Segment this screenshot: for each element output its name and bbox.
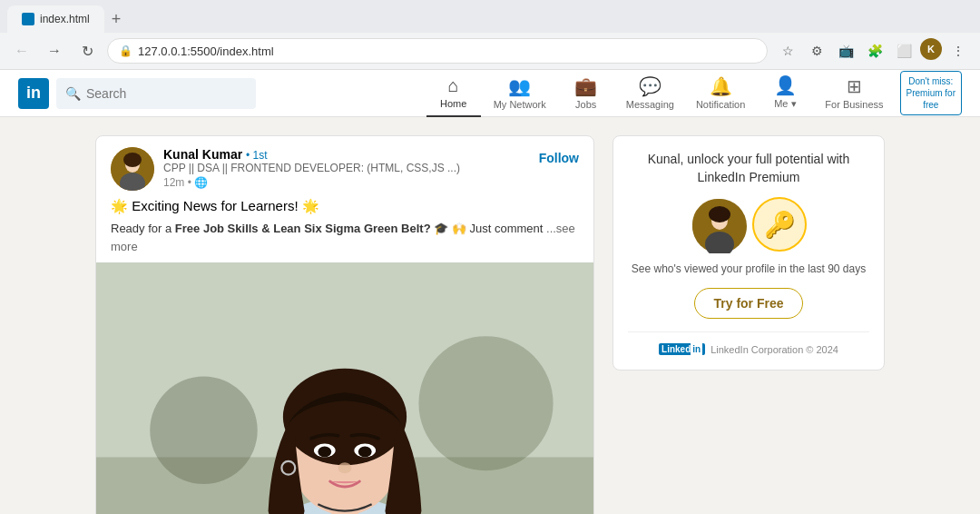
reload-button[interactable]: ↻ bbox=[74, 38, 100, 64]
svg-point-7 bbox=[418, 336, 553, 470]
main-content: Kunal Kumar • 1st CPP || DSA || FRONTEND… bbox=[0, 117, 980, 514]
network-icon: 👥 bbox=[508, 75, 531, 97]
search-icon: 🔍 bbox=[65, 86, 81, 101]
post-time: 12m • 🌐 bbox=[163, 176, 530, 189]
feed-area: Kunal Kumar • 1st CPP || DSA || FRONTEND… bbox=[95, 135, 594, 514]
nav-network-label: My Network bbox=[494, 99, 546, 110]
search-bar[interactable]: 🔍 bbox=[56, 78, 256, 109]
browser-chrome: index.html + ← → ↻ 🔒 127.0.0.1:5500/inde… bbox=[0, 0, 980, 70]
premium-card: Kunal, unlock your full potential with L… bbox=[612, 135, 885, 371]
svg-point-14 bbox=[318, 447, 331, 458]
messaging-icon: 💬 bbox=[639, 75, 662, 97]
nav-home[interactable]: ⌂ Home bbox=[426, 70, 481, 117]
post-image bbox=[96, 262, 593, 514]
nav-network[interactable]: 👥 My Network bbox=[485, 70, 555, 117]
nav-notifications-label: Notification bbox=[696, 99, 745, 110]
footer-links: Linkedin LinkedIn Corporation © 2024 bbox=[628, 331, 869, 355]
post-headline: 🌟 Exciting News for Learners! 🌟 bbox=[111, 198, 579, 214]
nav-jobs[interactable]: 💼 Jobs bbox=[559, 70, 613, 117]
post-text-emoji: 🎓 🙌 bbox=[434, 222, 466, 235]
linkedin-nav: ⌂ Home 👥 My Network 💼 Jobs 💬 Messaging 🔔… bbox=[426, 70, 962, 117]
more-button[interactable]: ⋮ bbox=[946, 38, 971, 64]
post-text: Ready for a Free Job Skills & Lean Six S… bbox=[111, 220, 579, 255]
post-card: Kunal Kumar • 1st CPP || DSA || FRONTEND… bbox=[95, 135, 594, 514]
tab-label: index.html bbox=[40, 13, 90, 25]
premium-card-title: Kunal, unlock your full potential with L… bbox=[628, 151, 869, 186]
nav-notifications[interactable]: 🔔 Notification bbox=[687, 70, 754, 117]
new-tab-button[interactable]: + bbox=[112, 10, 122, 29]
svg-point-6 bbox=[150, 377, 257, 484]
post-text-action: Just comment bbox=[469, 222, 543, 235]
footer-logo: Linkedin bbox=[659, 343, 705, 355]
search-input[interactable] bbox=[86, 86, 247, 101]
cast-button[interactable]: 📺 bbox=[833, 38, 858, 64]
linkedin-logo: in bbox=[18, 78, 49, 109]
post-avatar bbox=[111, 147, 154, 191]
post-author-title: CPP || DSA || FRONTEND DEVELOPER: (HTML,… bbox=[163, 162, 530, 176]
premium-key-icon: 🔑 bbox=[752, 197, 807, 252]
window-button[interactable]: ⬜ bbox=[891, 38, 916, 64]
forward-button[interactable]: → bbox=[42, 38, 67, 64]
post-text-preview: Ready for a bbox=[111, 222, 175, 235]
post-header: Kunal Kumar • 1st CPP || DSA || FRONTEND… bbox=[96, 136, 593, 198]
lock-icon: 🔒 bbox=[119, 44, 132, 57]
jobs-icon: 💼 bbox=[574, 75, 597, 97]
nav-me-label: Me ▾ bbox=[774, 98, 796, 110]
dont-miss-line3: free bbox=[906, 99, 956, 111]
post-text-bold: Free Job Skills & Lean Six Sigma Green B… bbox=[175, 222, 431, 235]
grid-icon: ⊞ bbox=[847, 75, 862, 97]
browser-profile[interactable]: K bbox=[920, 38, 942, 60]
browser-actions: ☆ ⚙ 📺 🧩 ⬜ K ⋮ bbox=[775, 38, 971, 64]
nav-me[interactable]: 👤 Me ▾ bbox=[758, 70, 812, 117]
svg-point-22 bbox=[709, 206, 730, 222]
nav-jobs-label: Jobs bbox=[575, 99, 596, 110]
address-bar[interactable]: 🔒 127.0.0.1:5500/index.html bbox=[107, 38, 768, 64]
me-icon: 👤 bbox=[774, 74, 797, 96]
post-content: 🌟 Exciting News for Learners! 🌟 Ready fo… bbox=[96, 198, 593, 262]
post-author-badge: • 1st bbox=[246, 149, 268, 162]
svg-point-15 bbox=[358, 447, 372, 458]
premium-user-avatar bbox=[691, 197, 745, 252]
browser-toolbar: ← → ↻ 🔒 127.0.0.1:5500/index.html ☆ ⚙ 📺 … bbox=[0, 33, 980, 69]
avatar-image bbox=[111, 147, 154, 191]
svg-point-2 bbox=[123, 153, 142, 167]
premium-subtitle: See who's viewed your profile in the las… bbox=[628, 262, 869, 275]
extensions-button[interactable]: ⚙ bbox=[804, 38, 829, 64]
linkedin-header: in 🔍 ⌂ Home 👥 My Network 💼 Jobs 💬 Messag… bbox=[0, 70, 980, 117]
url-text: 127.0.0.1:5500/index.html bbox=[138, 44, 274, 58]
browser-tab[interactable]: index.html bbox=[7, 5, 104, 33]
browser-tabs: index.html + bbox=[0, 0, 980, 33]
tab-favicon bbox=[22, 13, 34, 25]
nav-for-business[interactable]: ⊞ For Business bbox=[816, 70, 892, 117]
follow-button[interactable]: Follow bbox=[539, 147, 579, 169]
right-sidebar: Kunal, unlock your full potential with L… bbox=[612, 135, 885, 514]
notification-icon: 🔔 bbox=[710, 75, 732, 97]
back-button[interactable]: ← bbox=[9, 38, 34, 64]
footer-text: LinkedIn Corporation © 2024 bbox=[710, 344, 838, 355]
nav-messaging[interactable]: 💬 Messaging bbox=[617, 70, 683, 117]
nav-messaging-label: Messaging bbox=[626, 99, 674, 110]
puzzle-button[interactable]: 🧩 bbox=[862, 38, 887, 64]
dont-miss-banner[interactable]: Don't miss: Premium for free bbox=[900, 71, 962, 115]
post-author-name[interactable]: Kunal Kumar • 1st bbox=[163, 147, 530, 162]
linkedin-app: in 🔍 ⌂ Home 👥 My Network 💼 Jobs 💬 Messag… bbox=[0, 70, 980, 514]
home-icon: ⌂ bbox=[448, 75, 459, 96]
dont-miss-line2: Premium for bbox=[906, 87, 956, 99]
dont-miss-line1: Don't miss: bbox=[906, 75, 956, 87]
try-for-free-button[interactable]: Try for Free bbox=[694, 288, 802, 319]
nav-business-label: For Business bbox=[825, 99, 883, 110]
svg-point-16 bbox=[338, 462, 352, 473]
nav-home-label: Home bbox=[440, 98, 466, 109]
post-author-info: Kunal Kumar • 1st CPP || DSA || FRONTEND… bbox=[163, 147, 530, 189]
premium-avatars: 🔑 bbox=[628, 197, 869, 252]
svg-point-11 bbox=[283, 369, 407, 466]
bookmark-button[interactable]: ☆ bbox=[775, 38, 800, 64]
